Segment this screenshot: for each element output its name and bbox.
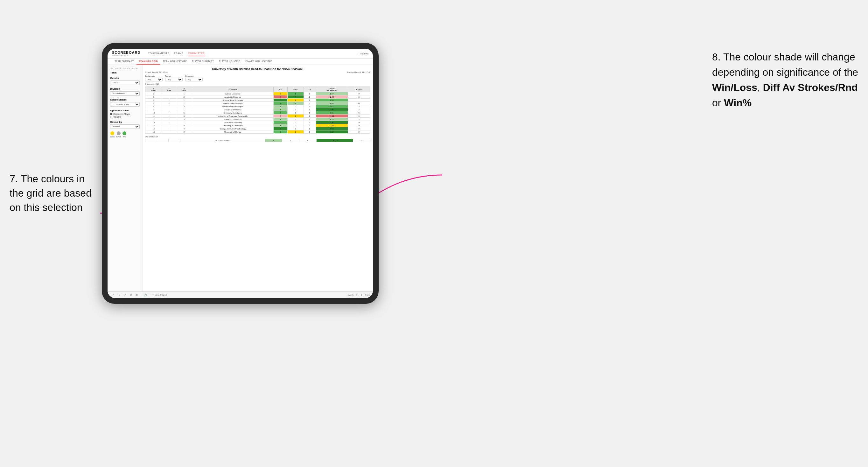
tab-team-h2h-heatmap[interactable]: TEAM H2H HEATMAP	[160, 59, 189, 65]
table-cell: 0	[304, 105, 316, 108]
opponent-select[interactable]: (All)	[185, 77, 203, 82]
legend-up: Up	[123, 131, 126, 138]
col-opponent: Opponent	[192, 87, 273, 92]
table-cell: 0	[304, 124, 316, 127]
table-cell: -	[162, 108, 176, 111]
col-rank: #Rank	[146, 87, 162, 92]
annotation-right-bold2: Diff Av Strokes/Rnd	[763, 82, 858, 93]
table-cell: 0	[287, 121, 304, 124]
table-cell: 0	[304, 99, 316, 102]
conference-select[interactable]: (All)	[145, 77, 163, 82]
table-cell: 0	[304, 127, 316, 130]
out-div-win: 1	[265, 139, 282, 142]
out-div-name: NCAA Division II	[180, 139, 265, 142]
school-select[interactable]: 1. University of Nort...	[110, 102, 140, 106]
table-cell: 1	[287, 92, 304, 95]
table-cell: 0	[304, 121, 316, 124]
toolbar-sep1	[141, 293, 141, 297]
gender-select[interactable]: Men's	[110, 81, 140, 85]
legend-down: Down	[110, 131, 115, 138]
table-cell: 3	[348, 115, 370, 118]
table-cell: -	[162, 92, 176, 95]
annotation-right-line3: or	[712, 97, 724, 108]
toolbar-icon2[interactable]: ⧉	[361, 294, 362, 296]
annotation-right-line2: ,	[757, 82, 763, 93]
sub-nav: TEAM SUMMARY TEAM H2H GRID TEAM H2H HEAT…	[107, 59, 373, 65]
tab-player-h2h-heatmap[interactable]: PLAYER H2H HEATMAP	[243, 59, 275, 65]
nav-committee[interactable]: COMMITTEE	[188, 51, 205, 56]
table-cell: -1.00	[316, 124, 348, 127]
table-row: 14-0University of Oklahoma100-1.009	[146, 124, 370, 127]
division-select[interactable]: NCAA Division I	[110, 91, 140, 96]
toolbar-icon1[interactable]: 💬	[356, 294, 358, 296]
out-of-div-table: NCAA Division II 1 0 0 26.00 3	[145, 139, 370, 142]
table-cell: -	[162, 115, 176, 118]
table-row: 16-2University of Florida3106.629	[146, 130, 370, 134]
logo-area: SCOREBOARD Powered by clippd	[112, 51, 140, 56]
table-cell: 9	[348, 124, 370, 127]
legend-up-circle	[123, 131, 126, 135]
table-cell: 9	[348, 92, 370, 95]
table-cell: -	[162, 95, 176, 99]
annotation-right: 8. The colour shade will change dependin…	[712, 49, 859, 111]
toolbar-undo[interactable]: ↩	[111, 293, 115, 297]
share-btn[interactable]: Share	[365, 294, 370, 296]
radio-top100[interactable]: Top 100	[110, 116, 140, 118]
table-cell: -	[162, 99, 176, 102]
table-cell: 6	[176, 115, 192, 118]
tab-player-summary[interactable]: PLAYER SUMMARY	[189, 59, 216, 65]
tablet-frame: SCOREBOARD Powered by clippd TOURNAMENTS…	[102, 43, 379, 304]
col-loss: Loss	[287, 87, 304, 92]
school-label: School (Rank)	[110, 98, 140, 101]
radio-opponents-played[interactable]: Opponents Played	[110, 113, 140, 115]
tab-team-h2h-grid[interactable]: TEAM H2H GRID	[136, 59, 160, 65]
legend-down-circle	[111, 131, 114, 135]
sidebar-school-section: School (Rank) 1. University of Nort...	[110, 98, 140, 106]
table-cell: 4	[274, 102, 288, 105]
watch-btn[interactable]: Watch	[348, 294, 353, 296]
nav-tournaments[interactable]: TOURNAMENTS	[148, 51, 169, 56]
toolbar-back[interactable]: ↩	[123, 293, 127, 297]
filter-region: Region (All)	[165, 75, 183, 82]
filter-conference: Conference (All)	[145, 75, 163, 82]
nav-teams[interactable]: TEAMS	[174, 51, 184, 56]
toolbar-redo[interactable]: ↪	[117, 293, 121, 297]
colour-by-label: Colour by	[110, 121, 140, 123]
sign-out[interactable]: Sign out	[357, 53, 368, 55]
table-cell: 1	[287, 115, 304, 118]
table-cell: 2.61	[316, 111, 348, 115]
toolbar-clock[interactable]: 🕐	[143, 293, 148, 297]
toolbar-copy[interactable]: ⧉	[129, 293, 133, 297]
table-cell: 0	[287, 108, 304, 111]
col-win: Win	[274, 87, 288, 92]
table-cell: -2.29	[316, 95, 348, 99]
tab-team-summary[interactable]: TEAM SUMMARY	[112, 59, 136, 65]
table-row: 12-3University of Virginia1002.333	[146, 118, 370, 121]
table-cell: 0	[287, 111, 304, 115]
table-cell: 12	[146, 118, 162, 121]
table-cell: University of Virginia	[192, 118, 273, 121]
logo-sub: Powered by clippd	[112, 54, 140, 56]
table-row: 11-6University of Arkansas, Fayetteville…	[146, 115, 370, 118]
tab-player-h2h-grid[interactable]: PLAYER H2H GRID	[216, 59, 243, 65]
out-div-loss: 0	[282, 139, 300, 142]
toolbar-paste[interactable]: ⊞	[134, 293, 139, 297]
region-select[interactable]: (All)	[165, 77, 183, 82]
grid-title: University of North Carolina Head-to-Hea…	[145, 67, 370, 71]
table-cell: 0	[287, 124, 304, 127]
grid-area: University of North Carolina Head-to-Hea…	[143, 65, 373, 291]
timestamp: Last Updated: 27/03/2024 16:55:38	[110, 67, 140, 69]
table-cell: 8	[348, 95, 370, 99]
table-cell: 3	[274, 121, 288, 124]
colour-by-select[interactable]: Win/loss	[110, 124, 140, 129]
sidebar: Last Updated: 27/03/2024 16:55:38 Team G…	[107, 65, 143, 291]
radio-label-1: Opponents Played	[113, 113, 130, 115]
table-cell: 6.62	[316, 130, 348, 134]
conference-label: Conference	[145, 75, 163, 77]
table-cell: 9	[348, 121, 370, 124]
table-cell: 1.67	[316, 92, 348, 95]
table-cell: University of Washington	[192, 105, 273, 108]
table-header-row: #Rank #Reg #Conf Opponent Win Loss Tie D…	[146, 87, 370, 92]
table-cell: 3	[348, 105, 370, 108]
data-table: #Rank #Reg #Conf Opponent Win Loss Tie D…	[145, 87, 370, 134]
